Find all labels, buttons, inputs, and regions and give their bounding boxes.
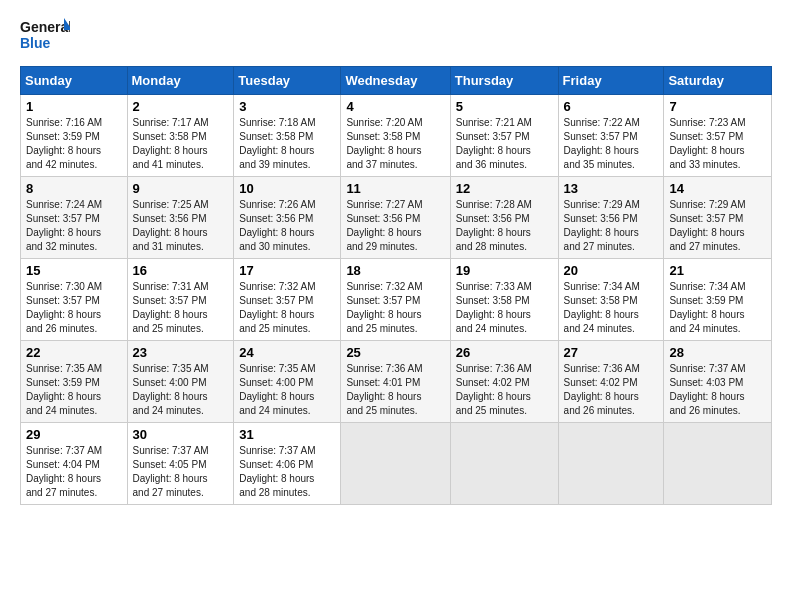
- day-info: Sunrise: 7:21 AM Sunset: 3:57 PM Dayligh…: [456, 116, 553, 172]
- logo: General Blue: [20, 16, 70, 58]
- day-number: 26: [456, 345, 553, 360]
- calendar-cell: 21Sunrise: 7:34 AM Sunset: 3:59 PM Dayli…: [664, 259, 772, 341]
- day-number: 15: [26, 263, 122, 278]
- calendar-cell: 30Sunrise: 7:37 AM Sunset: 4:05 PM Dayli…: [127, 423, 234, 505]
- calendar-cell: 10Sunrise: 7:26 AM Sunset: 3:56 PM Dayli…: [234, 177, 341, 259]
- day-info: Sunrise: 7:22 AM Sunset: 3:57 PM Dayligh…: [564, 116, 659, 172]
- calendar-cell: 12Sunrise: 7:28 AM Sunset: 3:56 PM Dayli…: [450, 177, 558, 259]
- calendar-cell: [341, 423, 450, 505]
- day-number: 18: [346, 263, 444, 278]
- calendar-cell: [450, 423, 558, 505]
- day-number: 6: [564, 99, 659, 114]
- header-monday: Monday: [127, 67, 234, 95]
- day-number: 29: [26, 427, 122, 442]
- calendar-cell: 8Sunrise: 7:24 AM Sunset: 3:57 PM Daylig…: [21, 177, 128, 259]
- calendar-cell: 6Sunrise: 7:22 AM Sunset: 3:57 PM Daylig…: [558, 95, 664, 177]
- calendar-cell: 5Sunrise: 7:21 AM Sunset: 3:57 PM Daylig…: [450, 95, 558, 177]
- calendar-cell: 26Sunrise: 7:36 AM Sunset: 4:02 PM Dayli…: [450, 341, 558, 423]
- calendar-row: 15Sunrise: 7:30 AM Sunset: 3:57 PM Dayli…: [21, 259, 772, 341]
- calendar-row: 8Sunrise: 7:24 AM Sunset: 3:57 PM Daylig…: [21, 177, 772, 259]
- calendar-body: 1Sunrise: 7:16 AM Sunset: 3:59 PM Daylig…: [21, 95, 772, 505]
- day-number: 27: [564, 345, 659, 360]
- day-number: 21: [669, 263, 766, 278]
- header-row: SundayMondayTuesdayWednesdayThursdayFrid…: [21, 67, 772, 95]
- day-info: Sunrise: 7:35 AM Sunset: 4:00 PM Dayligh…: [239, 362, 335, 418]
- day-number: 5: [456, 99, 553, 114]
- calendar-row: 22Sunrise: 7:35 AM Sunset: 3:59 PM Dayli…: [21, 341, 772, 423]
- day-number: 2: [133, 99, 229, 114]
- day-number: 28: [669, 345, 766, 360]
- calendar-cell: 25Sunrise: 7:36 AM Sunset: 4:01 PM Dayli…: [341, 341, 450, 423]
- day-info: Sunrise: 7:32 AM Sunset: 3:57 PM Dayligh…: [346, 280, 444, 336]
- day-info: Sunrise: 7:24 AM Sunset: 3:57 PM Dayligh…: [26, 198, 122, 254]
- day-number: 1: [26, 99, 122, 114]
- day-info: Sunrise: 7:34 AM Sunset: 3:58 PM Dayligh…: [564, 280, 659, 336]
- day-info: Sunrise: 7:34 AM Sunset: 3:59 PM Dayligh…: [669, 280, 766, 336]
- calendar-cell: 1Sunrise: 7:16 AM Sunset: 3:59 PM Daylig…: [21, 95, 128, 177]
- calendar-cell: 15Sunrise: 7:30 AM Sunset: 3:57 PM Dayli…: [21, 259, 128, 341]
- day-info: Sunrise: 7:20 AM Sunset: 3:58 PM Dayligh…: [346, 116, 444, 172]
- svg-text:Blue: Blue: [20, 35, 51, 51]
- header-saturday: Saturday: [664, 67, 772, 95]
- calendar-cell: 29Sunrise: 7:37 AM Sunset: 4:04 PM Dayli…: [21, 423, 128, 505]
- page: General Blue SundayMondayTuesdayWednesda…: [0, 0, 792, 612]
- calendar-cell: 22Sunrise: 7:35 AM Sunset: 3:59 PM Dayli…: [21, 341, 128, 423]
- day-number: 30: [133, 427, 229, 442]
- calendar-cell: [664, 423, 772, 505]
- calendar-cell: [558, 423, 664, 505]
- calendar-row: 29Sunrise: 7:37 AM Sunset: 4:04 PM Dayli…: [21, 423, 772, 505]
- day-number: 8: [26, 181, 122, 196]
- calendar-cell: 16Sunrise: 7:31 AM Sunset: 3:57 PM Dayli…: [127, 259, 234, 341]
- day-info: Sunrise: 7:36 AM Sunset: 4:02 PM Dayligh…: [456, 362, 553, 418]
- day-info: Sunrise: 7:29 AM Sunset: 3:56 PM Dayligh…: [564, 198, 659, 254]
- calendar-cell: 17Sunrise: 7:32 AM Sunset: 3:57 PM Dayli…: [234, 259, 341, 341]
- calendar-cell: 19Sunrise: 7:33 AM Sunset: 3:58 PM Dayli…: [450, 259, 558, 341]
- day-info: Sunrise: 7:32 AM Sunset: 3:57 PM Dayligh…: [239, 280, 335, 336]
- header-friday: Friday: [558, 67, 664, 95]
- day-number: 14: [669, 181, 766, 196]
- header-tuesday: Tuesday: [234, 67, 341, 95]
- day-number: 7: [669, 99, 766, 114]
- day-number: 11: [346, 181, 444, 196]
- day-info: Sunrise: 7:29 AM Sunset: 3:57 PM Dayligh…: [669, 198, 766, 254]
- day-number: 10: [239, 181, 335, 196]
- day-number: 23: [133, 345, 229, 360]
- calendar-row: 1Sunrise: 7:16 AM Sunset: 3:59 PM Daylig…: [21, 95, 772, 177]
- day-number: 9: [133, 181, 229, 196]
- calendar-cell: 11Sunrise: 7:27 AM Sunset: 3:56 PM Dayli…: [341, 177, 450, 259]
- calendar-cell: 2Sunrise: 7:17 AM Sunset: 3:58 PM Daylig…: [127, 95, 234, 177]
- day-info: Sunrise: 7:36 AM Sunset: 4:02 PM Dayligh…: [564, 362, 659, 418]
- day-info: Sunrise: 7:37 AM Sunset: 4:06 PM Dayligh…: [239, 444, 335, 500]
- svg-text:General: General: [20, 19, 70, 35]
- calendar-table: SundayMondayTuesdayWednesdayThursdayFrid…: [20, 66, 772, 505]
- header-wednesday: Wednesday: [341, 67, 450, 95]
- calendar-cell: 23Sunrise: 7:35 AM Sunset: 4:00 PM Dayli…: [127, 341, 234, 423]
- logo-svg: General Blue: [20, 16, 70, 58]
- day-info: Sunrise: 7:26 AM Sunset: 3:56 PM Dayligh…: [239, 198, 335, 254]
- header-sunday: Sunday: [21, 67, 128, 95]
- day-number: 19: [456, 263, 553, 278]
- day-number: 12: [456, 181, 553, 196]
- calendar-cell: 4Sunrise: 7:20 AM Sunset: 3:58 PM Daylig…: [341, 95, 450, 177]
- day-info: Sunrise: 7:37 AM Sunset: 4:04 PM Dayligh…: [26, 444, 122, 500]
- day-number: 20: [564, 263, 659, 278]
- day-number: 4: [346, 99, 444, 114]
- day-number: 24: [239, 345, 335, 360]
- day-info: Sunrise: 7:25 AM Sunset: 3:56 PM Dayligh…: [133, 198, 229, 254]
- day-number: 31: [239, 427, 335, 442]
- calendar-cell: 27Sunrise: 7:36 AM Sunset: 4:02 PM Dayli…: [558, 341, 664, 423]
- calendar-cell: 13Sunrise: 7:29 AM Sunset: 3:56 PM Dayli…: [558, 177, 664, 259]
- calendar-cell: 18Sunrise: 7:32 AM Sunset: 3:57 PM Dayli…: [341, 259, 450, 341]
- day-info: Sunrise: 7:16 AM Sunset: 3:59 PM Dayligh…: [26, 116, 122, 172]
- calendar-header: SundayMondayTuesdayWednesdayThursdayFrid…: [21, 67, 772, 95]
- day-info: Sunrise: 7:35 AM Sunset: 3:59 PM Dayligh…: [26, 362, 122, 418]
- day-number: 17: [239, 263, 335, 278]
- calendar-cell: 28Sunrise: 7:37 AM Sunset: 4:03 PM Dayli…: [664, 341, 772, 423]
- calendar-cell: 31Sunrise: 7:37 AM Sunset: 4:06 PM Dayli…: [234, 423, 341, 505]
- calendar-cell: 24Sunrise: 7:35 AM Sunset: 4:00 PM Dayli…: [234, 341, 341, 423]
- calendar-cell: 3Sunrise: 7:18 AM Sunset: 3:58 PM Daylig…: [234, 95, 341, 177]
- day-info: Sunrise: 7:23 AM Sunset: 3:57 PM Dayligh…: [669, 116, 766, 172]
- day-info: Sunrise: 7:28 AM Sunset: 3:56 PM Dayligh…: [456, 198, 553, 254]
- day-info: Sunrise: 7:37 AM Sunset: 4:05 PM Dayligh…: [133, 444, 229, 500]
- day-number: 25: [346, 345, 444, 360]
